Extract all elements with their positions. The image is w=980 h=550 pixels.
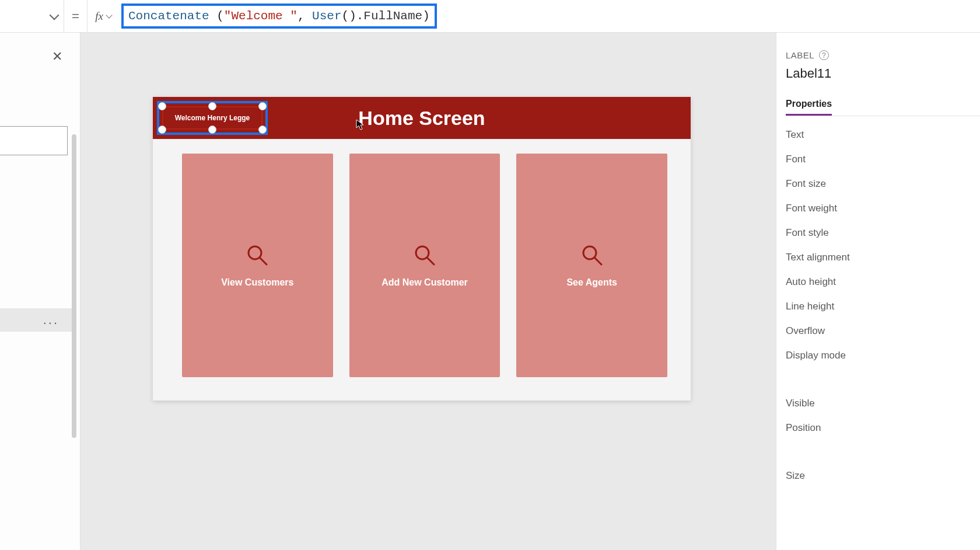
close-icon[interactable]: ✕: [52, 49, 62, 64]
prop-font-style[interactable]: Font style: [786, 227, 980, 239]
equals-label: =: [64, 0, 88, 32]
chevron-down-icon: [106, 12, 112, 18]
svg-point-2: [416, 246, 429, 259]
properties-panel: LABEL ? Label11 Properties Text Font Fon…: [776, 33, 980, 550]
properties-tabs: Properties: [786, 94, 980, 116]
search-icon: [413, 243, 436, 267]
prop-text-alignment[interactable]: Text alignment: [786, 252, 980, 263]
resize-handle[interactable]: [158, 102, 166, 110]
tile-label: See Agents: [566, 277, 617, 288]
control-type-row: LABEL ?: [786, 50, 980, 60]
svg-line-1: [260, 258, 267, 264]
search-icon: [580, 243, 604, 267]
welcome-label-text: Welcome Henry Legge: [175, 114, 250, 122]
prop-text[interactable]: Text: [786, 129, 980, 141]
svg-point-4: [583, 246, 596, 259]
prop-size[interactable]: Size: [786, 470, 980, 482]
resize-handle[interactable]: [158, 126, 166, 134]
formula-token-property: FullName: [363, 9, 422, 23]
svg-line-5: [595, 258, 601, 264]
formula-highlight: Concatenate ("Welcome ", User().FullName…: [121, 4, 437, 29]
prop-display-mode[interactable]: Display mode: [786, 350, 980, 361]
tab-properties[interactable]: Properties: [786, 94, 832, 116]
more-options-icon[interactable]: ...: [43, 312, 59, 328]
canvas-area[interactable]: Home Screen Welcome Henry Legge: [80, 33, 776, 550]
resize-handle[interactable]: [208, 102, 216, 110]
formula-token-paren: (: [342, 9, 349, 23]
control-type-label: LABEL: [786, 50, 814, 60]
svg-point-0: [249, 246, 261, 259]
prop-line-height[interactable]: Line height: [786, 301, 980, 312]
tree-search-input[interactable]: [0, 126, 68, 155]
search-icon: [246, 243, 269, 267]
help-icon[interactable]: ?: [819, 50, 829, 60]
prop-font[interactable]: Font: [786, 154, 980, 165]
divider: [786, 447, 980, 457]
property-selector-dropdown[interactable]: [0, 0, 64, 33]
header-title: Home Screen: [358, 107, 485, 130]
formula-token-object: User: [312, 9, 341, 23]
resize-handle[interactable]: [208, 126, 216, 134]
selected-label-control[interactable]: Welcome Henry Legge: [157, 101, 268, 135]
tile-label: Add New Customer: [382, 277, 468, 288]
formula-bar: = fx Concatenate ("Welcome ", User().Ful…: [0, 0, 980, 33]
divider: [786, 374, 980, 385]
formula-token-comma: ,: [298, 9, 312, 23]
control-name: Label11: [786, 66, 980, 81]
resize-handle[interactable]: [258, 126, 267, 134]
chevron-down-icon: [50, 10, 60, 20]
tile-view-customers[interactable]: View Customers: [182, 154, 333, 377]
formula-token-dot: .: [356, 9, 364, 23]
property-list: Text Font Font size Font weight Font sty…: [786, 129, 980, 482]
formula-token-paren: ): [422, 9, 430, 23]
prop-font-size[interactable]: Font size: [786, 178, 980, 190]
formula-token-paren: ): [349, 9, 356, 23]
tile-see-agents[interactable]: See Agents: [516, 154, 667, 377]
resize-handle[interactable]: [258, 102, 267, 110]
tiles-row: View Customers Add New Customer See Agen…: [182, 154, 667, 377]
prop-font-weight[interactable]: Font weight: [786, 203, 980, 214]
formula-token-string: "Welcome ": [224, 9, 298, 23]
app-screen[interactable]: Home Screen Welcome Henry Legge: [153, 97, 691, 401]
prop-position[interactable]: Position: [786, 422, 980, 434]
prop-overflow[interactable]: Overflow: [786, 325, 980, 337]
tile-add-new-customer[interactable]: Add New Customer: [349, 154, 501, 377]
formula-token-paren: (: [216, 9, 224, 23]
fx-text: fx: [95, 10, 103, 23]
fx-button[interactable]: fx: [88, 0, 119, 32]
tile-label: View Customers: [221, 277, 293, 288]
tree-item-selected[interactable]: ...: [0, 308, 72, 332]
scrollbar-thumb[interactable]: [72, 134, 76, 438]
screen-header: Home Screen Welcome Henry Legge: [153, 97, 691, 139]
svg-line-3: [428, 258, 434, 264]
prop-auto-height[interactable]: Auto height: [786, 276, 980, 288]
tree-view-panel: ✕ ...: [0, 33, 80, 550]
prop-visible[interactable]: Visible: [786, 398, 980, 409]
formula-token-function: Concatenate: [128, 9, 216, 23]
formula-input[interactable]: Concatenate ("Welcome ", User().FullName…: [119, 0, 980, 32]
